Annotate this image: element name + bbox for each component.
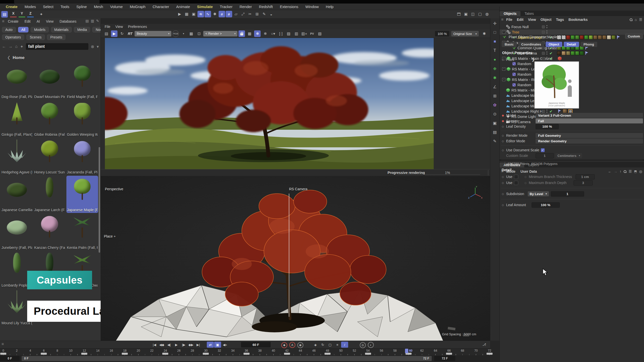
simulate-cloth-icon[interactable]: ≋: [197, 11, 204, 17]
timeline-options-icon[interactable]: ≡: [2, 342, 4, 346]
grid-snap-icon[interactable]: #: [219, 11, 225, 17]
expander-icon[interactable]: −: [502, 78, 505, 81]
online-help-globe-icon[interactable]: ◍: [484, 11, 490, 17]
model-mode-icon[interactable]: ✦: [38, 11, 45, 18]
om-menu-file[interactable]: File: [504, 18, 514, 22]
current-frame-field[interactable]: 60 F: [241, 342, 271, 347]
channel-dropdown-icon[interactable]: ▾: [180, 30, 187, 37]
keyframe-settings-button[interactable]: ◉: [297, 342, 303, 348]
menu-mograph[interactable]: MoGraph: [127, 4, 149, 10]
material-chip-sphere-brown[interactable]: [598, 35, 602, 39]
render-camera-dropdown[interactable]: < Render >▾: [203, 31, 237, 36]
om-burger-icon[interactable]: ≡: [501, 17, 503, 22]
material-chip-sphere-brown[interactable]: [593, 35, 597, 39]
use-document-scale-checkbox[interactable]: ✓: [541, 148, 545, 152]
rv-menu-view[interactable]: View: [113, 25, 125, 29]
enabled-check-icon[interactable]: ✔: [549, 51, 553, 55]
rv-menu-file[interactable]: File: [102, 25, 113, 29]
viewport-camera-label[interactable]: RS Camera: [289, 187, 307, 191]
menu-character[interactable]: Character: [149, 4, 172, 10]
asset-item[interactable]: Japanese Maple (Fall, ...: [66, 176, 98, 213]
asset-item[interactable]: Jacaranda (Fall, Plant): [66, 138, 98, 175]
add-snapshot-icon[interactable]: ▥+: [301, 30, 307, 37]
attr-menu-userdata[interactable]: User Data: [518, 169, 539, 173]
dither-icon[interactable]: ▦: [188, 30, 194, 37]
material-chip-sphere-brown[interactable]: [602, 35, 607, 39]
record-position-button[interactable]: ◆: [281, 342, 287, 348]
freeze-geometry-icon[interactable]: ❄: [262, 30, 268, 37]
menu-extensions[interactable]: Extensions: [276, 4, 301, 10]
season-dropdown[interactable]: Fall: [536, 118, 643, 123]
asset-item[interactable]: Japanese Camellia (Fal...: [1, 176, 33, 213]
menu-simulate[interactable]: Simulate: [194, 4, 216, 10]
bucket-grid-icon[interactable]: ▦: [246, 30, 253, 37]
layout-render-icon[interactable]: 🗖: [456, 11, 462, 17]
sim-settings-gear-icon[interactable]: ✱: [212, 11, 218, 17]
filter-all[interactable]: All: [18, 27, 29, 32]
keyframe-selection-button[interactable]: ◐: [368, 342, 374, 348]
filter-media[interactable]: Media: [74, 27, 90, 32]
sphere-primitive-icon[interactable]: ●: [492, 57, 498, 63]
axis-x-button[interactable]: X: [10, 11, 17, 17]
attr-target-icon[interactable]: ◎: [639, 169, 642, 173]
filter-scenes[interactable]: Scenes: [26, 34, 45, 40]
camera-view-icon[interactable]: ▣: [492, 120, 498, 126]
om-filter-icon[interactable]: ☰: [639, 18, 642, 22]
plant-preview-thumbnail[interactable]: Japanese Maple (Acer palmatum): [534, 61, 579, 109]
list-view-icon[interactable]: ▥: [91, 19, 94, 23]
asset-item[interactable]: Kentia Palm (Fall, Plant): [66, 213, 98, 251]
array-grid-icon[interactable]: ⊞: [492, 93, 498, 99]
range-end-field[interactable]: 72 F: [434, 356, 455, 361]
render-mode-dropdown[interactable]: Full Geometry: [536, 133, 643, 138]
menu-window[interactable]: Window: [302, 4, 322, 10]
asset-item[interactable]: Hedgehog Agave (Fall...: [1, 138, 33, 175]
grid-quantize-icon[interactable]: #: [226, 11, 232, 17]
tab-takes[interactable]: Takes: [520, 11, 538, 16]
material-chip-sphere-olive[interactable]: [611, 35, 616, 39]
asset-scrollbar[interactable]: [99, 147, 100, 253]
key-scale-toggle[interactable]: ▢: [327, 342, 334, 348]
asset-item[interactable]: Juneberry (Fall, Plant): [1, 213, 33, 251]
playhead[interactable]: [405, 349, 408, 353]
cluster-icon[interactable]: ❉: [492, 66, 498, 72]
ab-menu-create[interactable]: Create: [5, 19, 21, 23]
asset-item[interactable]: Ginkgo (Fall, Plant): [1, 100, 33, 138]
ab-menu-ai[interactable]: AI: [34, 19, 43, 23]
filter-auto[interactable]: Auto: [2, 27, 16, 32]
material-chip-leaf-red[interactable]: [580, 35, 584, 39]
ab-menu-view[interactable]: View: [44, 19, 56, 23]
attr-tab-phong[interactable]: Phong: [581, 42, 597, 47]
menu-modes[interactable]: Modes: [21, 4, 39, 10]
page-icon[interactable]: ▤: [492, 129, 498, 135]
attr-back-icon[interactable]: ←: [608, 169, 612, 173]
asset-item[interactable]: Honey Locust 'Sunbur...: [34, 138, 65, 175]
clipboard-toggle[interactable]: ▣: [214, 342, 221, 348]
attr-filter-icon[interactable]: ☰: [629, 169, 632, 173]
restart-render-icon[interactable]: ↻: [119, 30, 125, 37]
keyframe-marker[interactable]: [244, 353, 250, 355]
om-menu-object[interactable]: Object: [538, 18, 554, 22]
material-chip-sphere-dbrown[interactable]: [557, 51, 561, 55]
go-to-next-frame-button[interactable]: |▶: [180, 342, 187, 348]
rv-menu-preferences[interactable]: Preferences: [126, 25, 149, 29]
render-team-icon[interactable]: ▣: [190, 11, 197, 17]
filter-operators[interactable]: Operators: [2, 34, 24, 40]
copy-image-icon[interactable]: ▧: [316, 30, 323, 37]
subdivision-mode-dropdown[interactable]: By Level▾: [528, 191, 549, 196]
text-tool-icon[interactable]: T: [492, 48, 498, 54]
attr-up-icon[interactable]: ↑: [620, 169, 621, 173]
menu-tools[interactable]: Tools: [57, 4, 72, 10]
document-tab[interactable]: [14, 0, 100, 4]
material-chip-sphere-green[interactable]: [584, 35, 588, 39]
om-menu-bookmarks[interactable]: Bookmarks: [566, 18, 590, 22]
keyframe-marker[interactable]: [325, 353, 331, 355]
sound-toggle[interactable]: ◀»: [221, 342, 228, 348]
ramp-icon[interactable]: ⎇: [481, 341, 488, 347]
material-chip-sphere-khaki[interactable]: [566, 51, 570, 55]
generator-gear-icon[interactable]: ✱: [492, 75, 498, 81]
axis-z-button[interactable]: Z: [27, 11, 34, 17]
axis-y-button[interactable]: Y: [19, 11, 25, 17]
viewport-name-label[interactable]: Perspective: [105, 187, 123, 191]
range-slider[interactable]: 0 F 72 F: [22, 356, 432, 361]
view-cube-icon[interactable]: ■: [492, 38, 498, 44]
